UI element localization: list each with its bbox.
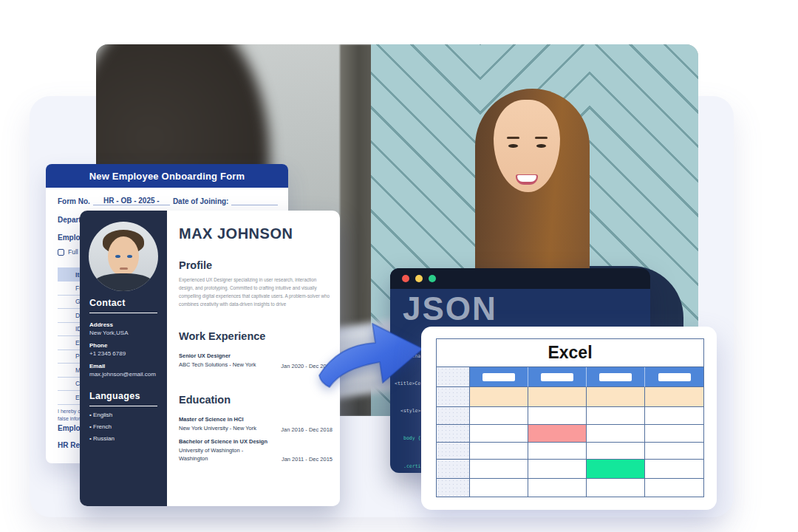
form-title: New Employee Onboarding Form: [46, 164, 288, 188]
hero-composite: New Employee Onboarding Form Form No. HR…: [0, 0, 798, 532]
email-block: Email max.johnson@email.com: [89, 363, 156, 378]
contact-heading: Contact: [89, 298, 157, 308]
avatar-eye: [127, 255, 132, 258]
address-block: Address New York,USA: [89, 321, 128, 336]
excel-cell: [587, 407, 645, 425]
excel-cell: [528, 460, 587, 479]
work-heading: Work Experience: [179, 330, 265, 342]
maximize-window-button[interactable]: [429, 275, 436, 282]
list-item: French: [89, 423, 157, 430]
excel-cell: [470, 479, 528, 497]
profile-text: Experienced UX Designer specializing in …: [179, 276, 331, 308]
divider: [89, 406, 157, 406]
avatar-suit: [94, 273, 153, 291]
excel-cell: [528, 443, 587, 460]
excel-cell: [645, 425, 703, 443]
excel-cell: [645, 407, 703, 425]
date-of-joining-label: Date of Joining:: [173, 197, 229, 205]
row-header-cell: [437, 479, 470, 497]
education-heading: Education: [179, 394, 231, 406]
close-window-button[interactable]: [402, 275, 409, 282]
resume-name: MAX JOHNSON: [179, 225, 293, 242]
resume-card: Contact Address New York,USA Phone +1 23…: [80, 211, 340, 506]
fulltime-checkbox[interactable]: [58, 249, 64, 256]
avatar-face: [108, 236, 139, 276]
minimize-window-button[interactable]: [415, 275, 423, 282]
languages-heading: Languages: [89, 391, 157, 401]
header-placeholder: [599, 373, 632, 381]
row-header-cell: [437, 387, 470, 407]
excel-cell: [587, 387, 645, 407]
list-item: English: [89, 412, 157, 418]
window-titlebar: [390, 268, 650, 289]
row-header-cell: [437, 367, 470, 387]
education-entry: Master of Science in HCI New York Univer…: [179, 416, 332, 433]
row-header-cell: [437, 425, 470, 443]
header-placeholder: [541, 373, 573, 381]
languages-section: Languages English French Russian: [89, 391, 157, 442]
excel-cell: [645, 443, 703, 460]
form-no-row: Form No. HR - OB - 2025 - Date of Joinin…: [58, 197, 278, 205]
work-entry: Senior UX Designer ABC Tech Solutions - …: [179, 352, 332, 369]
header-placeholder: [658, 373, 691, 381]
header-placeholder: [482, 373, 515, 381]
row-header-cell: [437, 443, 470, 460]
avatar: [89, 222, 158, 291]
excel-card: Excel: [421, 327, 717, 510]
excel-cell: [470, 425, 528, 443]
excel-cell: [528, 387, 587, 407]
date-of-joining-field[interactable]: [231, 197, 278, 205]
resume-sidebar: Contact Address New York,USA Phone +1 23…: [80, 211, 167, 506]
avatar-mouth: [120, 267, 128, 270]
excel-table: Excel: [436, 338, 704, 497]
excel-header-cell: [587, 367, 645, 387]
contact-section: Contact: [89, 298, 157, 313]
form-no-value: HR - OB - 2025 -: [93, 197, 170, 205]
excel-cell: [470, 387, 528, 407]
excel-cell: [528, 407, 587, 425]
excel-cell: [587, 443, 645, 460]
excel-cell: [645, 460, 703, 479]
excel-cell: [587, 479, 645, 497]
list-item: Russian: [89, 435, 157, 442]
languages-list: English French Russian: [89, 412, 157, 442]
excel-highlight-cell-red: [528, 425, 587, 443]
profile-heading: Profile: [179, 259, 212, 271]
row-header-cell: [437, 460, 470, 479]
excel-cell: [587, 425, 645, 443]
excel-cell: [528, 479, 587, 497]
excel-highlight-cell-green: [587, 460, 645, 479]
excel-cell: [470, 407, 528, 425]
excel-title: Excel: [437, 339, 703, 367]
avatar-eye: [115, 255, 120, 258]
excel-header-cell: [470, 367, 528, 387]
education-entry: Bachelor of Science in UX Design Univers…: [179, 438, 332, 463]
excel-cell: [470, 443, 528, 460]
conversion-arrow-icon: [310, 310, 429, 395]
excel-cell: [645, 387, 703, 407]
form-no-label: Form No.: [58, 197, 90, 205]
excel-cell: [470, 460, 528, 479]
divider: [89, 313, 157, 313]
phone-block: Phone +1 2345 6789: [89, 342, 126, 357]
excel-header-cell: [645, 367, 703, 387]
row-header-cell: [437, 407, 470, 425]
excel-cell: [645, 479, 703, 497]
excel-header-cell: [528, 367, 587, 387]
